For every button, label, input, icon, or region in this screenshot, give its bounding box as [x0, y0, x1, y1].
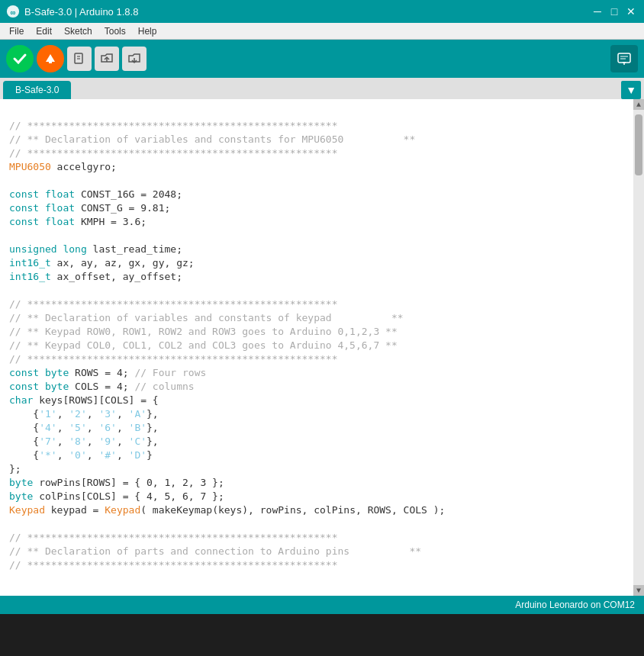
scrollbar-thumb[interactable]	[635, 114, 642, 175]
close-button[interactable]: ✕	[624, 5, 638, 18]
tab-label: B-Safe-3.0	[15, 85, 59, 95]
window-title: B-Safe-3.0 | Arduino 1.8.8	[24, 6, 138, 18]
app-logo: ∞	[6, 5, 20, 18]
menu-file[interactable]: File	[3, 23, 30, 39]
upload-icon	[43, 51, 58, 66]
toolbar	[0, 40, 644, 78]
editor-container: // *************************************…	[0, 99, 644, 596]
verify-button[interactable]	[6, 45, 34, 72]
menu-sketch[interactable]: Sketch	[58, 23, 98, 39]
scrollbar-up-button[interactable]: ▲	[633, 99, 644, 110]
title-left: ∞ B-Safe-3.0 | Arduino 1.8.8	[6, 5, 138, 18]
svg-rect-9	[618, 53, 630, 63]
menu-bar: File Edit Sketch Tools Help	[0, 23, 644, 40]
svg-rect-3	[49, 61, 52, 63]
tab-dropdown-button[interactable]: ▼	[621, 81, 641, 99]
open-icon	[100, 52, 114, 66]
window-controls: ─ □ ✕	[591, 5, 638, 18]
save-icon	[127, 52, 141, 66]
open-button[interactable]	[95, 47, 119, 71]
code-editor[interactable]: // *************************************…	[0, 99, 633, 596]
serial-monitor-button[interactable]	[610, 45, 638, 72]
new-file-icon	[72, 52, 86, 66]
minimize-button[interactable]: ─	[591, 5, 604, 18]
code-content: // *************************************…	[9, 105, 633, 572]
status-text: Arduino Leonardo on COM12	[515, 600, 635, 610]
check-icon	[12, 51, 27, 66]
active-tab[interactable]: B-Safe-3.0	[3, 81, 71, 99]
menu-help[interactable]: Help	[132, 23, 163, 39]
bottom-panel	[0, 614, 644, 656]
upload-button[interactable]	[37, 45, 64, 72]
menu-tools[interactable]: Tools	[98, 23, 132, 39]
serial-monitor-icon	[617, 51, 632, 66]
status-bar: Arduino Leonardo on COM12	[0, 596, 644, 614]
new-button[interactable]	[67, 47, 92, 71]
title-bar: ∞ B-Safe-3.0 | Arduino 1.8.8 ─ □ ✕	[0, 0, 644, 23]
menu-edit[interactable]: Edit	[30, 23, 58, 39]
scrollbar[interactable]: ▲ ▼	[633, 99, 644, 596]
scrollbar-down-button[interactable]: ▼	[633, 585, 644, 596]
maximize-button[interactable]: □	[607, 5, 621, 18]
save-button[interactable]	[122, 47, 147, 71]
tab-bar: B-Safe-3.0 ▼	[0, 78, 644, 99]
svg-text:∞: ∞	[11, 8, 16, 18]
svg-marker-2	[46, 54, 55, 62]
